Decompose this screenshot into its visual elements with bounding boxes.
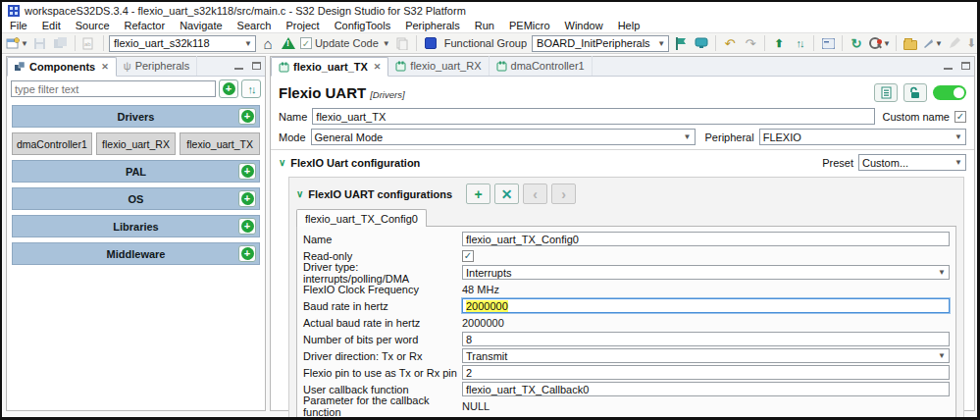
page-title: Flexio UART — [279, 84, 366, 101]
search-icon[interactable]: ▼ — [868, 34, 891, 52]
menu-run[interactable]: Run — [475, 20, 494, 31]
flexio-pin-input[interactable]: 2 — [462, 365, 950, 380]
peripherals-icon: ψ — [124, 60, 131, 72]
menu-navigate[interactable]: Navigate — [180, 20, 222, 31]
refresh-icon[interactable]: ↻ — [848, 34, 865, 52]
callback-function-input[interactable]: flexio_uart_TX_Callback0 — [462, 382, 950, 396]
editor-tab-flexio-uart-rx[interactable]: flexio_uart_RX — [388, 56, 489, 76]
menu-project[interactable]: Project — [285, 20, 319, 31]
functional-group-selector[interactable]: BOARD_InitPeripherals▼ — [532, 35, 669, 52]
add-library-button[interactable]: + — [238, 218, 256, 235]
menu-peripherals[interactable]: Peripherals — [405, 20, 460, 31]
new-wizard-caret-icon[interactable]: ▼ — [21, 39, 28, 48]
driver-direction-select[interactable]: Transmit▼ — [462, 348, 950, 363]
peripheral-select[interactable]: FLEXIO▼ — [759, 129, 966, 145]
menu-pemicro[interactable]: PEMicro — [509, 20, 550, 31]
bits-per-word-input[interactable]: 8 — [462, 332, 950, 346]
menu-help[interactable]: Help — [618, 20, 641, 31]
close-icon[interactable]: ✕ — [101, 62, 109, 72]
peripherals-view-icon[interactable] — [693, 34, 710, 52]
add-driver-button[interactable]: + — [238, 108, 256, 125]
flag-icon[interactable] — [672, 34, 690, 52]
name-input[interactable] — [312, 108, 874, 125]
maximize-editor-icon[interactable] — [959, 60, 971, 72]
config-name-input[interactable]: flexio_uart_TX_Config0 — [462, 232, 950, 246]
mode-label: Mode — [279, 131, 306, 143]
readonly-checkbox[interactable]: ✓ — [462, 250, 474, 262]
mode-select[interactable]: General Mode▼ — [311, 129, 696, 145]
update-code-button[interactable]: ✓ Update Code ▼ — [300, 34, 390, 52]
sort-components-button[interactable]: ↑↓ — [241, 79, 261, 98]
preset-select[interactable]: Custom...▼ — [858, 154, 966, 171]
tab-peripherals[interactable]: ψ Peripherals — [117, 56, 197, 76]
undo-icon[interactable]: ↶ — [721, 34, 739, 52]
menu-configtools[interactable]: ConfigTools — [335, 20, 390, 31]
menu-refactor[interactable]: Refactor — [125, 20, 166, 31]
menu-bar: File Edit Source Refactor Navigate Searc… — [2, 19, 977, 32]
add-component-button[interactable]: + — [219, 79, 238, 98]
left-tabstrip: Components ✕ ψ Peripherals — [7, 57, 265, 77]
title-bar: workspaceS32DS.3.4 - flexio_uart_s32k118… — [2, 2, 977, 19]
category-middleware[interactable]: Middleware + — [12, 242, 260, 265]
category-drivers[interactable]: Drivers + — [12, 105, 260, 128]
callback-parameter-value: NULL — [462, 400, 490, 412]
form-row-actual-baud: Actual baud rate in hertz 2000000 — [303, 314, 950, 331]
category-os[interactable]: OS + — [12, 187, 260, 210]
actual-baud-value: 2000000 — [462, 317, 504, 329]
tab-components[interactable]: Components ✕ — [7, 57, 117, 77]
add-config-button[interactable]: + — [466, 184, 490, 204]
open-folder-icon[interactable] — [902, 34, 919, 52]
add-os-button[interactable]: + — [238, 190, 256, 207]
component-dmacontroller1[interactable]: dmaController1 — [12, 132, 92, 155]
maximize-view-icon[interactable] — [250, 60, 262, 72]
validate-warning-icon[interactable] — [280, 34, 297, 52]
unlock-icon[interactable] — [903, 83, 927, 102]
chevron-down-icon[interactable]: ∨ — [296, 188, 303, 199]
chevron-down-icon[interactable]: ∨ — [279, 157, 285, 168]
menu-source[interactable]: Source — [76, 20, 110, 31]
minimize-view-icon[interactable] — [232, 60, 244, 72]
close-icon[interactable]: ✕ — [374, 62, 382, 72]
view-registers-button[interactable] — [874, 83, 898, 102]
menu-file[interactable]: File — [10, 20, 27, 31]
functional-group-label: Functional Group — [444, 37, 527, 49]
baud-rate-input[interactable]: 2000000 — [462, 298, 950, 313]
menu-search[interactable]: Search — [237, 20, 272, 31]
workbench: Components ✕ ψ Peripherals + ↑↓ — [2, 55, 977, 417]
sort-icon[interactable]: ↑↓ — [791, 34, 808, 52]
app-icon — [8, 5, 20, 17]
editor-tab-dmacontroller1[interactable]: dmaController1 — [490, 56, 593, 76]
console-icon[interactable] — [819, 34, 837, 52]
preset-label: Preset — [822, 157, 853, 169]
driver-type-select[interactable]: Interrupts▼ — [462, 265, 950, 280]
add-pal-button[interactable]: + — [238, 163, 256, 180]
divider — [271, 149, 974, 150]
config-tab[interactable]: flexio_uart_TX_Config0 — [296, 209, 427, 227]
app-window: workspaceS32DS.3.4 - flexio_uart_s32k118… — [0, 0, 980, 420]
menu-edit[interactable]: Edit — [42, 20, 61, 31]
custom-name-checkbox[interactable]: ✓ — [954, 111, 966, 123]
driver-components-row: dmaController1 flexio_uart_RX flexio_uar… — [12, 132, 260, 155]
component-flexio-uart-rx[interactable]: flexio_uart_RX — [96, 132, 177, 155]
save-icon — [31, 34, 49, 52]
external-tools-icon[interactable]: ▼ — [922, 34, 943, 52]
filter-row: + ↑↓ — [7, 77, 265, 101]
minimize-editor-icon[interactable] — [942, 60, 954, 72]
add-middleware-button[interactable]: + — [238, 245, 256, 262]
config-tabstrip: flexio_uart_TX_Config0 — [296, 209, 956, 227]
component-enabled-toggle[interactable] — [933, 85, 966, 100]
mode-row: Mode General Mode▼ Peripheral FLEXIO▼ — [279, 129, 966, 145]
svg-text:ab: ab — [84, 41, 91, 47]
editor-tab-flexio-uart-tx[interactable]: flexio_uart_TX ✕ — [271, 57, 388, 77]
new-wizard-icon[interactable]: ▼ — [6, 34, 28, 52]
menu-window[interactable]: Window — [565, 20, 603, 31]
filter-input[interactable] — [11, 80, 216, 97]
import-icon[interactable]: ⬆ — [770, 34, 788, 52]
home-icon[interactable]: ⌂ — [259, 34, 277, 52]
remove-config-button[interactable]: ✕ — [494, 184, 519, 204]
component-flexio-uart-tx[interactable]: flexio_uart_TX — [180, 132, 260, 155]
category-libraries[interactable]: Libraries + — [12, 215, 260, 237]
uart-config-section-header: ∨ FlexIO Uart configuration Preset Custo… — [279, 154, 966, 171]
category-pal[interactable]: PAL + — [12, 160, 260, 183]
project-selector[interactable]: flexio_uart_s32k118▼ — [109, 35, 256, 52]
